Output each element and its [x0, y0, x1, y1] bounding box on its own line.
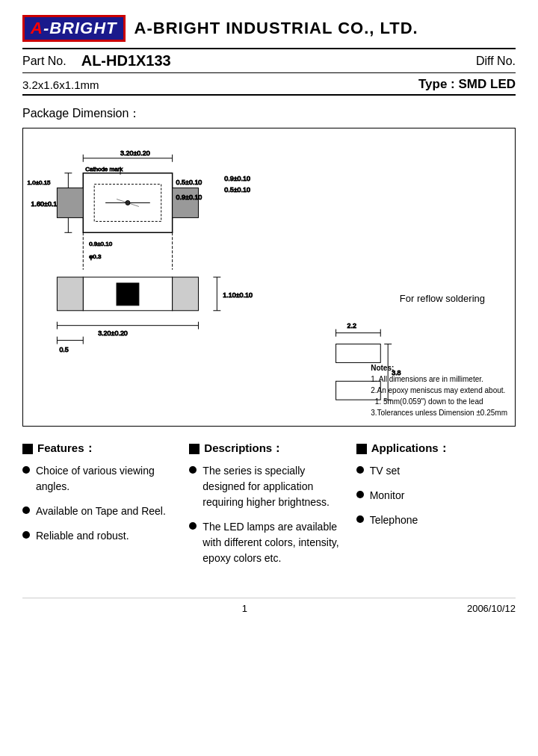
feature-item-2: Available on Tape and Reel.: [22, 504, 182, 519]
app-bullet-1: [356, 466, 364, 474]
descriptions-col: Descriptions： The series is specially de…: [189, 441, 348, 575]
logo-box: A-BRIGHT: [22, 15, 126, 42]
applications-header: Applications：: [356, 441, 516, 456]
diagram-inner: 3.20±0.20 1.60±0.15: [23, 128, 515, 426]
application-item-1: TV set: [356, 463, 516, 479]
applications-icon: [356, 444, 367, 454]
svg-text:1.10±0.10: 1.10±0.10: [223, 291, 253, 299]
application-text-3: Telephone: [370, 512, 516, 528]
svg-text:3.20±0.20: 3.20±0.20: [98, 329, 128, 337]
description-text-2: The LED lamps are available with differe…: [202, 519, 348, 566]
note-2: 2.An epoxy meniscus may extend about.: [371, 385, 507, 396]
description-item-2: The LED lamps are available with differe…: [189, 519, 348, 566]
package-label: Package Dimension：: [22, 106, 516, 122]
company-logo: A-BRIGHT: [22, 15, 126, 42]
description-text-1: The series is specially designed for app…: [202, 463, 348, 510]
part-label: Part No.: [22, 55, 67, 68]
descriptions-header: Descriptions：: [189, 441, 348, 456]
page-header: A-BRIGHT A-BRIGHT INDUSTRIAL CO., LTD.: [22, 15, 516, 42]
features-header: Features：: [22, 441, 182, 456]
feature-text-2: Available on Tape and Reel.: [36, 504, 182, 519]
note-2b: 1. 5mm(0.059") down to the lead: [371, 396, 507, 407]
svg-text:0.5±0.10: 0.5±0.10: [176, 179, 202, 186]
company-name: A-BRIGHT INDUSTRIAL CO., LTD.: [134, 19, 418, 38]
svg-text:0.9±0.10: 0.9±0.10: [224, 175, 250, 182]
svg-text:0.9±0.10: 0.9±0.10: [176, 193, 202, 201]
svg-text:φ0.3: φ0.3: [89, 253, 102, 260]
svg-text:0.5: 0.5: [59, 346, 68, 353]
reflow-text: For reflow soldering: [400, 293, 485, 304]
logo-a: A: [31, 19, 43, 37]
part-info-row: Part No. AL-HD1X133 Diff No.: [22, 48, 516, 73]
svg-text:3.20±0.20: 3.20±0.20: [120, 149, 150, 157]
note-3: 3.Tolerances unless Dimension ±0.25mm: [371, 407, 507, 418]
applications-header-text: Applications：: [371, 441, 450, 456]
feature-item-3: Reliable and robust.: [22, 528, 182, 544]
descriptions-header-text: Descriptions：: [204, 441, 283, 456]
features-col: Features： Choice of various viewing angl…: [22, 441, 182, 575]
part-number: AL-HD1X133: [81, 52, 476, 69]
footer-date: 2006/10/12: [467, 603, 516, 614]
application-text-1: TV set: [370, 463, 516, 479]
page-footer: 1 2006/10/12: [22, 598, 516, 614]
svg-rect-17: [173, 277, 199, 311]
desc-bullet-1: [189, 466, 197, 474]
svg-text:0.9±0.10: 0.9±0.10: [89, 241, 112, 247]
applications-col: Applications： TV set Monitor Telephone: [356, 441, 516, 575]
svg-text:Cathode mark: Cathode mark: [85, 166, 123, 173]
page-number: 1: [242, 603, 247, 614]
bullet-circle-3: [22, 531, 30, 539]
svg-rect-16: [57, 277, 83, 311]
three-col-section: Features： Choice of various viewing angl…: [22, 441, 516, 575]
dimensions-row: 3.2x1.6x1.1mm Type : SMD LED: [22, 75, 516, 96]
application-item-2: Monitor: [356, 488, 516, 504]
diff-label: Diff No.: [476, 55, 516, 68]
features-header-text: Features：: [37, 441, 96, 456]
svg-text:2.2: 2.2: [347, 322, 356, 329]
notes-title: Notes:: [371, 362, 507, 374]
app-bullet-2: [356, 491, 364, 498]
svg-text:1.60±0.15: 1.60±0.15: [31, 200, 61, 208]
svg-text:1.0±0.15: 1.0±0.15: [28, 179, 51, 186]
bullet-circle-1: [22, 466, 30, 474]
diagram-box: 3.20±0.20 1.60±0.15: [22, 128, 516, 427]
application-item-3: Telephone: [356, 512, 516, 528]
app-bullet-3: [356, 515, 364, 523]
svg-text:0.5±0.10: 0.5±0.10: [224, 186, 250, 193]
feature-text-3: Reliable and robust.: [36, 528, 182, 544]
features-icon: [22, 444, 33, 454]
feature-text-1: Choice of various viewing angles.: [36, 463, 182, 495]
svg-rect-13: [57, 188, 83, 218]
notes-box: Notes: 1. All dimensions are in millimet…: [371, 362, 507, 418]
type-text: Type : SMD LED: [418, 77, 516, 92]
feature-item-1: Choice of various viewing angles.: [22, 463, 182, 495]
desc-bullet-2: [189, 522, 197, 530]
svg-rect-22: [117, 283, 139, 306]
application-text-2: Monitor: [370, 488, 516, 504]
dimensions-text: 3.2x1.6x1.1mm: [22, 78, 99, 91]
bullet-circle-2: [22, 506, 30, 514]
note-1: 1. All dimensions are in millimeter.: [371, 374, 507, 385]
descriptions-icon: [189, 444, 200, 454]
logo-bright: -BRIGHT: [43, 19, 117, 37]
svg-rect-31: [336, 344, 381, 363]
description-item-1: The series is specially designed for app…: [189, 463, 348, 510]
